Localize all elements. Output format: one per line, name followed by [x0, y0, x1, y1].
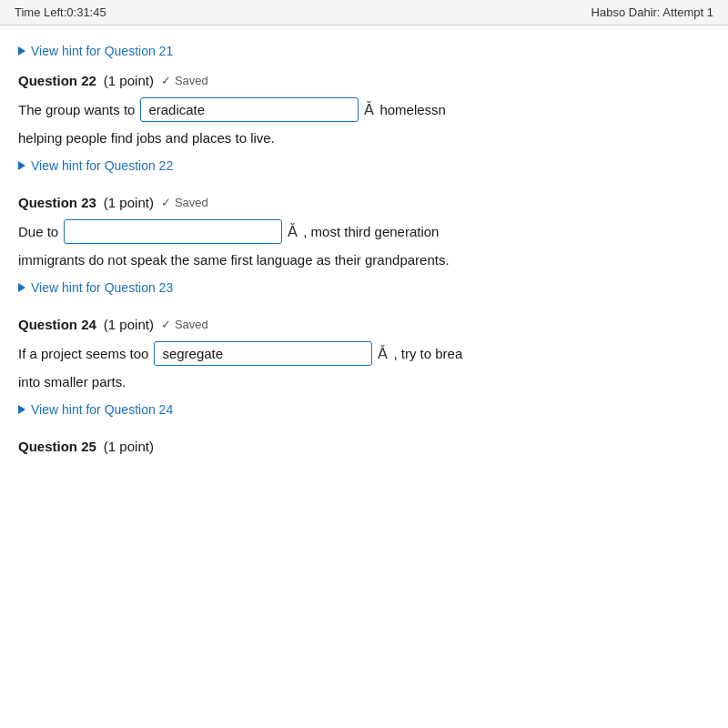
- question-24-input[interactable]: [154, 341, 372, 366]
- hint-q23[interactable]: View hint for Question 23: [18, 280, 710, 295]
- hint-q24[interactable]: View hint for Question 24: [18, 402, 710, 417]
- spell-check-22-icon[interactable]: Ǎ: [364, 98, 374, 122]
- question-23-continuation: immigrants do not speak the same first l…: [18, 249, 710, 271]
- question-23-input[interactable]: [64, 219, 282, 244]
- question-23-body: Due to Ǎ , most third generation: [18, 219, 710, 244]
- hint-q24-triangle-icon: [18, 405, 25, 414]
- question-22-body: The group wants to Ǎ homelessn: [18, 97, 710, 122]
- question-24-saved: ✓ Saved: [161, 318, 208, 331]
- question-22-suffix: homelessn: [379, 99, 446, 121]
- question-22-header: Question 22 (1 point) ✓ Saved: [18, 73, 710, 88]
- question-22-saved-label: Saved: [175, 74, 208, 87]
- question-24-saved-label: Saved: [175, 318, 208, 331]
- question-25-points: (1 point): [104, 439, 154, 454]
- question-22-prefix: The group wants to: [18, 99, 135, 121]
- question-24-body: If a project seems too Ǎ , try to brea: [18, 341, 710, 366]
- spell-check-24-icon[interactable]: Ǎ: [378, 342, 388, 366]
- question-23-block: Question 23 (1 point) ✓ Saved Due to Ǎ …: [18, 195, 710, 295]
- attempt-label: Habso Dahir: Attempt 1: [592, 5, 713, 19]
- spell-check-23-icon[interactable]: Ǎ: [288, 220, 298, 244]
- question-25-label: Question 25: [18, 439, 96, 454]
- question-23-saved: ✓ Saved: [161, 196, 208, 209]
- question-22-continuation: helping people find jobs and places to l…: [18, 127, 710, 149]
- question-22-label: Question 22: [18, 73, 96, 88]
- hint-q24-label: View hint for Question 24: [31, 402, 173, 417]
- question-22-points: (1 point): [104, 73, 154, 88]
- top-bar: Time Left:0:31:45 Habso Dahir: Attempt 1: [0, 0, 728, 25]
- content-area: View hint for Question 21 Question 22 (1…: [0, 25, 728, 474]
- hint-q21-triangle-icon: [18, 46, 25, 56]
- question-24-check-icon: ✓: [161, 318, 171, 331]
- hint-q23-label: View hint for Question 23: [31, 280, 173, 295]
- question-24-label: Question 24: [18, 317, 96, 332]
- hint-q21-label: View hint for Question 21: [31, 44, 173, 58]
- question-23-points: (1 point): [104, 195, 154, 210]
- question-24-header: Question 24 (1 point) ✓ Saved: [18, 317, 710, 332]
- question-24-points: (1 point): [104, 317, 154, 332]
- question-24-suffix: , try to brea: [393, 343, 462, 365]
- question-22-saved: ✓ Saved: [161, 74, 208, 87]
- time-left: Time Left:0:31:45: [15, 5, 106, 19]
- question-22-block: Question 22 (1 point) ✓ Saved The group …: [18, 73, 710, 173]
- question-23-saved-label: Saved: [175, 196, 208, 209]
- question-22-input[interactable]: [140, 97, 359, 122]
- hint-q22[interactable]: View hint for Question 22: [18, 158, 710, 173]
- hint-q22-triangle-icon: [18, 161, 25, 170]
- hint-q23-triangle-icon: [18, 283, 25, 292]
- question-23-check-icon: ✓: [161, 196, 171, 209]
- hint-q21[interactable]: View hint for Question 21: [18, 44, 710, 58]
- question-23-prefix: Due to: [18, 221, 58, 243]
- question-22-check-icon: ✓: [161, 74, 171, 87]
- question-23-label: Question 23: [18, 195, 96, 210]
- question-23-header: Question 23 (1 point) ✓ Saved: [18, 195, 710, 210]
- question-24-prefix: If a project seems too: [18, 343, 148, 365]
- question-24-continuation: into smaller parts.: [18, 371, 710, 393]
- hint-q22-label: View hint for Question 22: [31, 158, 173, 173]
- question-24-block: Question 24 (1 point) ✓ Saved If a proje…: [18, 317, 710, 417]
- question-25-header: Question 25 (1 point): [18, 439, 710, 454]
- question-23-suffix: , most third generation: [303, 221, 439, 243]
